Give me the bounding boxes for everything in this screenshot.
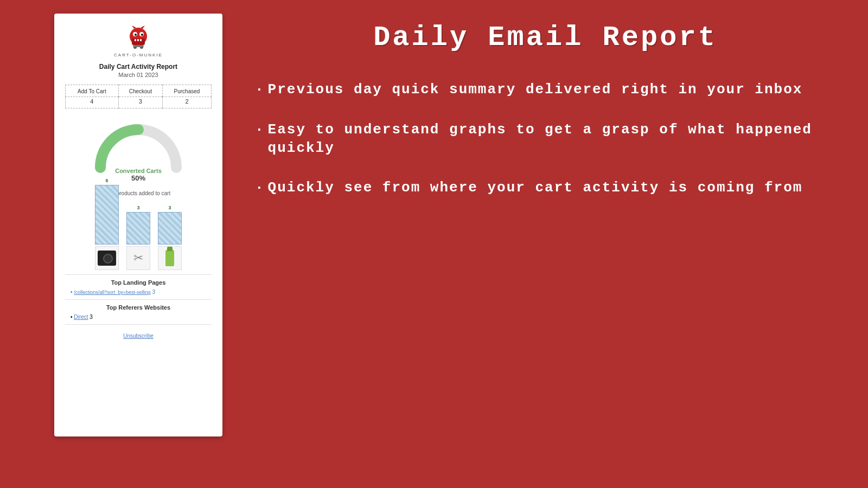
stats-table: Add To Cart Checkout Purchased 4 3 2 [65, 85, 212, 108]
bar-1 [95, 185, 119, 245]
feature-dot-1: . [255, 79, 264, 95]
landing-link-1[interactable]: /collections/all?sort_by=best-selling [74, 290, 150, 295]
svg-rect-7 [137, 39, 139, 41]
feature-item-2: . Easy to understand graphs to get a gra… [255, 121, 835, 158]
stats-header-checkout: Checkout [118, 85, 162, 97]
referer-link-1[interactable]: Direct [74, 314, 88, 320]
stats-header-purchased: Purchased [162, 85, 211, 97]
divider-2 [65, 299, 212, 300]
card-title: Daily Cart Activity Report [65, 63, 212, 70]
referer-count-1: 3 [90, 314, 93, 320]
top-referers-title: Top Referers Websites [65, 304, 212, 311]
bar-col-1: 6 [95, 178, 119, 270]
landing-item-1: • /collections/all?sort_by=best-selling … [71, 289, 212, 295]
gauge-value: 50% [131, 174, 145, 182]
svg-rect-8 [140, 39, 142, 41]
bar-chart-title: Top products added to cart [65, 190, 212, 196]
svg-point-5 [141, 34, 143, 36]
top-landing-title: Top Landing Pages [65, 279, 212, 286]
gauge-label: Converted Carts [115, 168, 162, 174]
stats-value-checkout: 3 [118, 97, 162, 108]
stats-header-add-to-cart: Add To Cart [66, 85, 119, 97]
stats-value-purchased: 2 [162, 97, 211, 108]
divider-3 [65, 324, 212, 325]
stats-value-add-to-cart: 4 [66, 97, 119, 108]
feature-dot-2: . [255, 119, 264, 135]
bar-col-2: 3 ✂ [126, 205, 150, 270]
bar-col-3: 3 [158, 205, 182, 270]
feature-dot-3: . [255, 177, 264, 193]
feature-text-3: Quickly see from where your cart activit… [268, 179, 803, 197]
referer-item-1: • Direct 3 [71, 314, 212, 320]
bar-chart-area: 6 3 ✂ 3 [65, 200, 212, 270]
bar-label-1: 6 [105, 178, 108, 183]
bar-2 [126, 212, 150, 245]
logo-text: CART-O-MUNKIE [114, 53, 163, 57]
product-image-3 [158, 246, 182, 270]
logo-icon [124, 24, 152, 53]
feature-item-3: . Quickly see from where your cart activ… [255, 179, 835, 197]
gauge-chart: Converted Carts 50% [65, 116, 212, 185]
svg-point-4 [135, 34, 137, 36]
svg-rect-6 [135, 39, 136, 41]
bar-3 [158, 212, 182, 245]
product-image-2: ✂ [126, 246, 150, 270]
unsubscribe-area: Unsubscribe [65, 330, 212, 340]
landing-count-1: 3 [152, 289, 155, 295]
unsubscribe-link[interactable]: Unsubscribe [123, 333, 154, 339]
logo-area: CART-O-MUNKIE [65, 24, 212, 57]
feature-text-2: Easy to understand graphs to get a grasp… [268, 121, 835, 158]
email-card: CART-O-MUNKIE Daily Cart Activity Report… [54, 14, 222, 436]
divider-1 [65, 274, 212, 275]
feature-item-1: . Previous day quick summary delivered r… [255, 81, 835, 99]
card-date: March 01 2023 [65, 72, 212, 78]
svg-rect-13 [133, 45, 144, 47]
right-panel: Daily Email Report . Previous day quick … [222, 0, 868, 219]
bar-label-3: 3 [168, 205, 171, 210]
main-title: Daily Email Report [255, 22, 835, 54]
feature-text-1: Previous day quick summary delivered rig… [268, 81, 803, 99]
gauge-svg [90, 119, 187, 173]
product-image-1 [95, 246, 119, 270]
bar-label-2: 3 [137, 205, 139, 210]
